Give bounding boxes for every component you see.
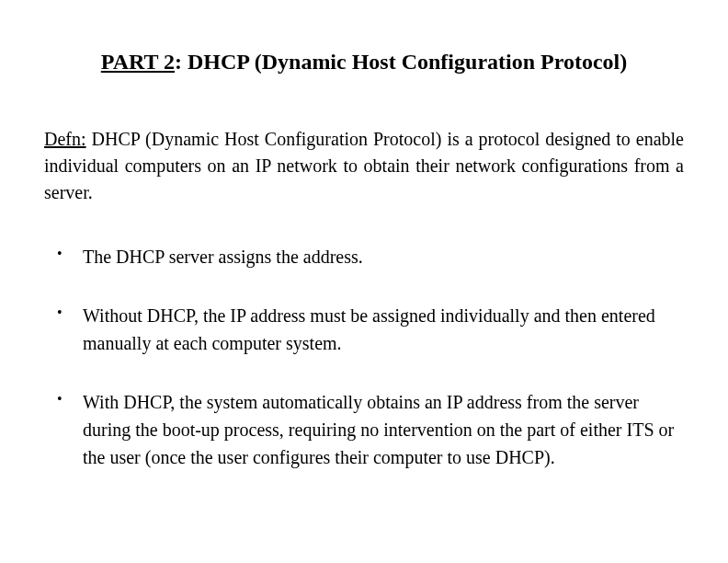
definition-text: DHCP (Dynamic Host Configuration Protoco…	[44, 129, 684, 202]
definition-label: Defn:	[44, 129, 86, 149]
list-item: With DHCP, the system automatically obta…	[57, 388, 684, 471]
title-rest: : DHCP (Dynamic Host Configuration Proto…	[175, 50, 627, 74]
bullet-list: The DHCP server assigns the address. Wit…	[44, 243, 684, 471]
page-title: PART 2: DHCP (Dynamic Host Configuration…	[44, 50, 684, 75]
title-underlined: PART 2	[101, 50, 175, 74]
list-item: The DHCP server assigns the address.	[57, 243, 684, 270]
list-item: Without DHCP, the IP address must be ass…	[57, 302, 684, 357]
definition-paragraph: Defn: DHCP (Dynamic Host Configuration P…	[44, 126, 684, 206]
